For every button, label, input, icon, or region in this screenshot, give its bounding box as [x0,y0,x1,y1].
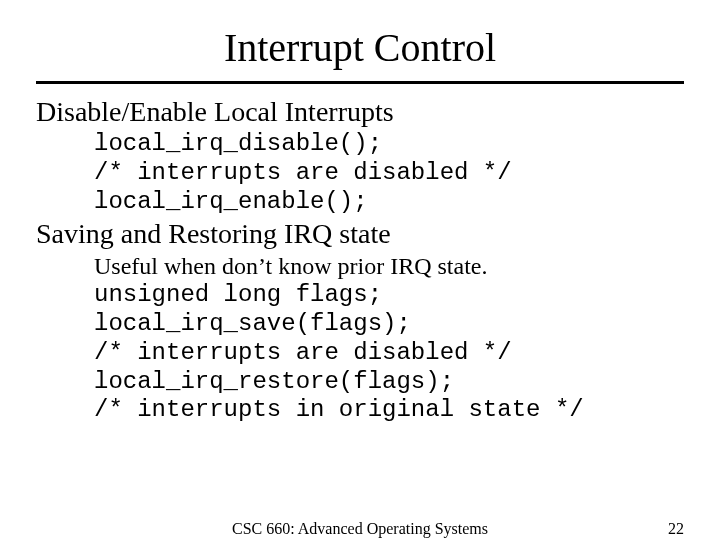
code-block-1: local_irq_disable(); /* interrupts are d… [94,130,684,216]
code-block-2: unsigned long flags; local_irq_save(flag… [94,281,684,425]
title-rule [36,81,684,84]
section-heading-2: Saving and Restoring IRQ state [36,218,684,250]
section-note-2: Useful when don’t know prior IRQ state. [94,252,684,281]
slide: Interrupt Control Disable/Enable Local I… [0,0,720,540]
footer-course: CSC 660: Advanced Operating Systems [0,520,720,538]
section-heading-1: Disable/Enable Local Interrupts [36,96,684,128]
footer-page-number: 22 [668,520,684,538]
slide-title: Interrupt Control [36,24,684,71]
